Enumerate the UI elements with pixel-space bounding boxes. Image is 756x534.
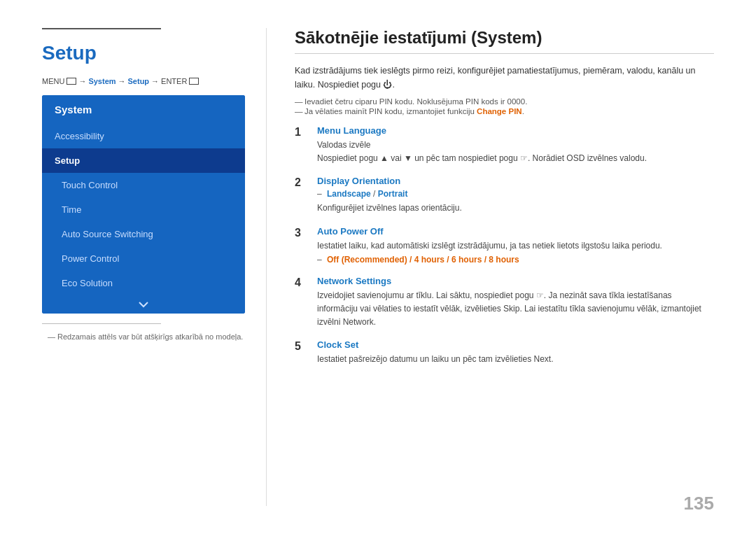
right-panel: Sākotnējie iestatījumi (System) Kad izst… — [266, 28, 714, 506]
step-5: 5 Clock Set Iestatiet pašreizējo datumu … — [295, 339, 714, 366]
sidebar-item-touch-control[interactable]: Touch Control — [42, 173, 245, 197]
sidebar-header: System — [42, 95, 245, 124]
step-2: 2 Display Orientation Landscape / Portra… — [295, 176, 714, 215]
step-3-desc: Iestatiet laiku, kad automātiski izslēgt… — [317, 239, 714, 253]
step-1-desc: Valodas izvēle Nospiediet pogu ▲ vai ▼ u… — [317, 139, 714, 164]
step-3-title: Auto Power Off — [317, 226, 714, 237]
step-1-number: 1 — [295, 125, 309, 164]
next-link[interactable]: Next — [534, 354, 552, 364]
step-3-option-1: Off (Recommended) / 4 hours / 6 hours / … — [317, 255, 714, 265]
change-pin-link[interactable]: Change PIN — [477, 107, 522, 115]
sidebar: System Accessibility Setup Touch Control… — [42, 95, 245, 314]
menu-icon — [66, 78, 76, 85]
page-number: 135 — [684, 493, 714, 514]
sidebar-item-eco-solution[interactable]: Eco Solution — [42, 271, 245, 295]
step-2-title: Display Orientation — [317, 176, 714, 186]
sidebar-item-time[interactable]: Time — [42, 197, 245, 222]
step-2-number: 2 — [295, 176, 309, 215]
step-1-content: Menu Language Valodas izvēle Nospiediet … — [317, 125, 714, 164]
sidebar-item-accessibility[interactable]: Accessibility — [42, 124, 245, 148]
sidebar-item-auto-source-switching[interactable]: Auto Source Switching — [42, 222, 245, 246]
enter-icon — [189, 78, 199, 85]
page-title: Setup — [42, 42, 245, 64]
enter-label: ENTER — [161, 77, 187, 85]
step-5-content: Clock Set Iestatiet pašreizējo datumu un… — [317, 339, 714, 366]
step-1-title: Menu Language — [317, 125, 714, 136]
menu-path: MENU → System → Setup → ENTER — [42, 77, 245, 85]
step-4-title: Network Settings — [317, 276, 714, 286]
network-link[interactable]: Network — [343, 317, 374, 327]
step-3: 3 Auto Power Off Iestatiet laiku, kad au… — [295, 226, 714, 265]
power-off-options: Off (Recommended) / 4 hours / 6 hours / … — [327, 255, 519, 265]
section-title: Sākotnējie iestatījumi (System) — [295, 28, 714, 54]
step-1: 1 Menu Language Valodas izvēle Nospiedie… — [295, 125, 714, 164]
step-4-desc: Izveidojiet savienojumu ar tīklu. Lai sā… — [317, 289, 714, 328]
step-4-number: 4 — [295, 276, 309, 328]
step-3-number: 3 — [295, 226, 309, 265]
landscape-portrait-label: Landscape — [327, 189, 371, 199]
step-2-content: Display Orientation Landscape / Portrait… — [317, 176, 714, 215]
intro-text: Kad izstrādājums tiek ieslēgts pirmo rei… — [295, 64, 714, 92]
menu-label: MENU — [42, 77, 64, 85]
step-4-content: Network Settings Izveidojiet savienojumu… — [317, 276, 714, 328]
step-4: 4 Network Settings Izveidojiet savienoju… — [295, 276, 714, 328]
step-2-option-1: Landscape / Portrait — [317, 189, 714, 199]
top-divider — [42, 28, 161, 29]
setup-label: Setup — [128, 77, 150, 85]
pin-note-2: Ja vēlaties mainīt PIN kodu, izmantojiet… — [295, 107, 714, 115]
pin-note-1: Ievadiet četru ciparu PIN kodu. Noklusēj… — [295, 97, 714, 106]
sidebar-chevron-down[interactable] — [42, 295, 245, 314]
sidebar-item-setup[interactable]: Setup — [42, 148, 245, 173]
arrow3: → — [151, 77, 159, 85]
steps-list: 1 Menu Language Valodas izvēle Nospiedie… — [295, 125, 714, 366]
left-panel: Setup MENU → System → Setup → ENTER Syst… — [42, 28, 266, 506]
step-3-content: Auto Power Off Iestatiet laiku, kad auto… — [317, 226, 714, 265]
arrow2: → — [118, 77, 126, 85]
portrait-label: Portrait — [378, 189, 408, 199]
sidebar-item-power-control[interactable]: Power Control — [42, 246, 245, 271]
system-label: System — [88, 77, 115, 85]
step-5-title: Clock Set — [317, 339, 714, 350]
arrow1: → — [78, 77, 86, 85]
footnote: ― Redzamais attēls var būt atšķirīgs atk… — [42, 332, 245, 341]
step-5-number: 5 — [295, 339, 309, 366]
step-2-desc: Konfigurējiet izvēlnes lapas orientāciju… — [317, 202, 714, 215]
skip-link[interactable]: Skip — [503, 304, 519, 314]
bottom-divider — [42, 323, 161, 324]
step-5-desc: Iestatiet pašreizējo datumu un laiku un … — [317, 353, 714, 366]
